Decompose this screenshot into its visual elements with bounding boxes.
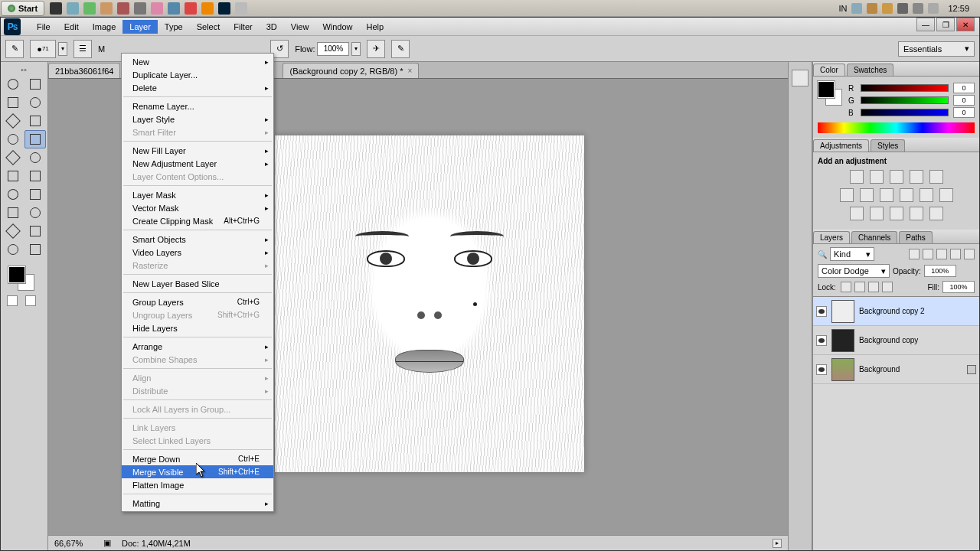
filter-type-icon[interactable] xyxy=(936,249,947,259)
layer-thumbnail[interactable] xyxy=(831,329,854,352)
taskbar-app-icon[interactable] xyxy=(235,2,247,15)
stamp-tool[interactable] xyxy=(2,148,24,167)
tray-icon[interactable] xyxy=(897,3,908,14)
taskbar-app-icon[interactable] xyxy=(83,2,96,15)
tablet-pressure-icon[interactable]: ✎ xyxy=(391,40,410,58)
taskbar-app-icon[interactable] xyxy=(100,2,113,15)
taskbar-app-icon[interactable] xyxy=(201,2,214,15)
tab-layers[interactable]: Layers xyxy=(813,231,850,243)
taskbar-app-icon[interactable] xyxy=(50,2,62,15)
close-tab-icon[interactable]: × xyxy=(407,67,412,75)
filter-kind-select[interactable]: Kind▾ xyxy=(830,247,874,261)
hand-tool[interactable] xyxy=(2,240,24,259)
brush-thumb-icon[interactable]: ●71 xyxy=(30,40,56,58)
menu-item-video-layers[interactable]: Video Layers xyxy=(122,246,273,259)
menu-item-smart-objects[interactable]: Smart Objects xyxy=(122,233,273,246)
blue-input[interactable]: 0 xyxy=(953,107,975,118)
foreground-swatch[interactable] xyxy=(818,81,835,98)
menu-item-new-adjustment-layer[interactable]: New Adjustment Layer xyxy=(122,157,273,170)
adj-colorlookup-icon[interactable] xyxy=(939,188,953,202)
dodge-tool[interactable] xyxy=(24,185,46,204)
tray-icon[interactable] xyxy=(913,3,923,14)
lock-transparency-icon[interactable] xyxy=(841,282,851,292)
scroll-right-icon[interactable]: ▸ xyxy=(773,539,782,548)
menu-item-hide-layers[interactable]: Hide Layers xyxy=(122,321,273,334)
menu-item-new[interactable]: New xyxy=(122,55,273,68)
heal-tool[interactable] xyxy=(2,130,24,148)
menu-layer[interactable]: Layer xyxy=(122,20,158,34)
history-panel-icon[interactable] xyxy=(792,70,808,86)
gradient-tool[interactable] xyxy=(24,167,46,185)
color-spectrum[interactable] xyxy=(818,122,975,133)
minimize-button[interactable]: — xyxy=(916,18,935,31)
doc-size-icon[interactable]: ▣ xyxy=(103,538,111,548)
tab-paths[interactable]: Paths xyxy=(899,231,933,243)
red-slider[interactable] xyxy=(861,84,949,92)
menu-window[interactable]: Window xyxy=(315,20,359,34)
visibility-eye-icon[interactable] xyxy=(816,364,827,375)
layer-row[interactable]: Background copy 2 xyxy=(813,297,979,326)
filter-smart-icon[interactable] xyxy=(964,249,975,259)
taskbar-app-icon[interactable] xyxy=(117,2,129,15)
adj-vibrance-icon[interactable] xyxy=(929,170,943,184)
menu-item-create-clipping-mask[interactable]: Create Clipping MaskAlt+Ctrl+G xyxy=(122,214,273,227)
tab-color[interactable]: Color xyxy=(813,64,845,76)
menu-file[interactable]: File xyxy=(30,20,57,34)
brush-panel-icon[interactable]: ☰ xyxy=(74,40,92,58)
menu-type[interactable]: Type xyxy=(158,20,190,34)
layer-thumbnail[interactable] xyxy=(831,358,854,381)
search-icon[interactable]: 🔍 xyxy=(818,250,827,259)
menu-item-rename-layer[interactable]: Rename Layer... xyxy=(122,99,273,112)
tray-icon[interactable] xyxy=(928,3,939,14)
workspace-selector[interactable]: Essentials▾ xyxy=(898,41,975,57)
tray-icon[interactable] xyxy=(851,3,862,14)
document-tab-active[interactable]: (Background copy 2, RGB/8) * × xyxy=(283,63,419,78)
eyedropper-tool[interactable] xyxy=(24,112,46,130)
tray-icon[interactable] xyxy=(867,3,877,14)
history-tool[interactable] xyxy=(24,148,46,167)
shape-tool[interactable] xyxy=(24,222,46,240)
menu-item-arrange[interactable]: Arrange xyxy=(122,340,273,353)
adj-threshold-icon[interactable] xyxy=(890,207,903,220)
filter-shape-icon[interactable] xyxy=(950,249,961,259)
close-button[interactable]: ✕ xyxy=(956,18,975,31)
red-input[interactable]: 0 xyxy=(953,83,975,93)
menu-item-new-fill-layer[interactable]: New Fill Layer xyxy=(122,144,273,157)
taskbar-photoshop-icon[interactable] xyxy=(218,2,230,15)
foreground-swatch[interactable] xyxy=(8,266,25,283)
flow-input[interactable]: 100% xyxy=(317,42,349,56)
visibility-eye-icon[interactable] xyxy=(816,306,827,317)
type-tool[interactable] xyxy=(24,204,46,222)
taskbar-app-icon[interactable] xyxy=(134,2,146,15)
menu-item-delete[interactable]: Delete xyxy=(122,81,273,94)
lock-all-icon[interactable] xyxy=(882,282,893,292)
layer-thumbnail[interactable] xyxy=(831,300,854,323)
menu-filter[interactable]: Filter xyxy=(227,20,259,34)
brush-dropdown-icon[interactable]: ▾ xyxy=(58,42,67,56)
green-slider[interactable] xyxy=(861,96,949,104)
pen-tool[interactable] xyxy=(2,204,24,222)
adj-gradientmap-icon[interactable] xyxy=(910,207,923,220)
lock-position-icon[interactable] xyxy=(868,282,879,292)
menu-item-layer-mask[interactable]: Layer Mask xyxy=(122,188,273,201)
adj-invert-icon[interactable] xyxy=(850,207,864,220)
adj-exposure-icon[interactable] xyxy=(910,170,923,184)
visibility-eye-icon[interactable] xyxy=(816,335,827,346)
adj-curves-icon[interactable] xyxy=(890,170,903,184)
menu-3d[interactable]: 3D xyxy=(260,20,284,34)
adj-brightness-icon[interactable] xyxy=(850,170,864,184)
lasso-tool[interactable] xyxy=(2,93,24,112)
menu-image[interactable]: Image xyxy=(86,20,123,34)
path-tool[interactable] xyxy=(2,222,24,240)
taskbar-app-icon[interactable] xyxy=(67,2,79,15)
document-tab[interactable]: 21bba36061f64 xyxy=(48,63,120,78)
airbrush-icon[interactable]: ✈ xyxy=(367,40,385,58)
start-button[interactable]: Start xyxy=(1,1,44,16)
adj-posterize-icon[interactable] xyxy=(870,207,884,220)
menu-item-matting[interactable]: Matting xyxy=(122,497,273,510)
blur-tool[interactable] xyxy=(2,185,24,204)
tray-icon[interactable] xyxy=(882,3,893,14)
lock-pixels-icon[interactable] xyxy=(854,282,865,292)
flow-dropdown-icon[interactable]: ▾ xyxy=(351,42,361,56)
menu-help[interactable]: Help xyxy=(360,20,391,34)
